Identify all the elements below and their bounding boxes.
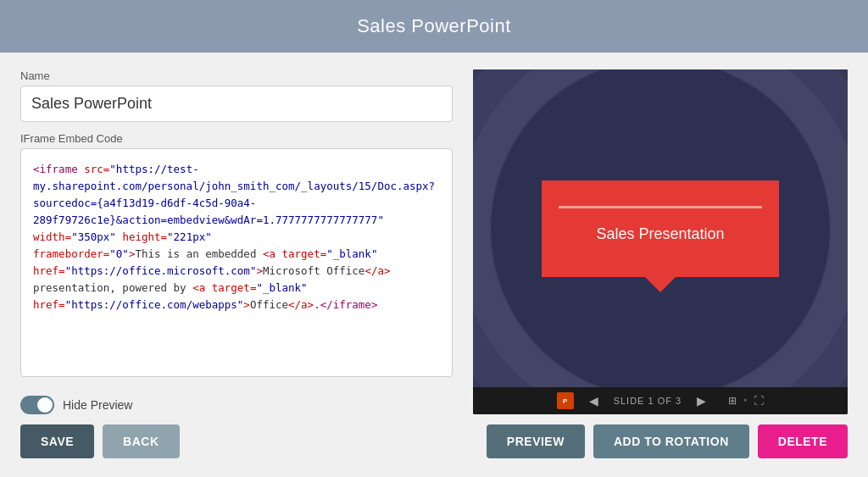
preview-box: Sales Presentation P ◀ SLIDE 1 OF 3 ▶ ⊞ …: [473, 69, 848, 414]
dot-separator: •: [743, 395, 747, 407]
hide-preview-row: Hide Preview: [20, 396, 453, 414]
preview-button[interactable]: PREVIEW: [487, 424, 585, 458]
delete-button[interactable]: DELETE: [758, 424, 848, 458]
ppt-icon: P: [557, 392, 574, 409]
add-to-rotation-button[interactable]: ADD TO ROTATION: [593, 424, 749, 458]
back-button[interactable]: BACK: [103, 424, 179, 458]
name-label: Name: [20, 69, 453, 82]
slide-card-title: Sales Presentation: [596, 225, 724, 243]
name-input[interactable]: [20, 86, 453, 122]
slide-indicator: SLIDE 1 OF 3: [614, 396, 682, 406]
hide-preview-toggle[interactable]: [20, 396, 54, 414]
footer-bar: SAVE BACK PREVIEW ADD TO ROTATION DELETE: [0, 414, 868, 469]
page-title: Sales PowerPoint: [357, 15, 511, 36]
save-button[interactable]: SAVE: [20, 424, 94, 458]
slide-card: Sales Presentation: [542, 180, 779, 277]
next-slide-button[interactable]: ▶: [692, 392, 711, 409]
main-content: Name IFrame Embed Code <iframe src="http…: [0, 53, 868, 414]
slide-controls: P ◀ SLIDE 1 OF 3 ▶ ⊞ • ⛶: [473, 387, 848, 414]
right-panel: Sales Presentation P ◀ SLIDE 1 OF 3 ▶ ⊞ …: [473, 69, 848, 414]
slide-content: Sales Presentation: [473, 69, 848, 387]
grid-view-button[interactable]: ⊞: [728, 395, 737, 407]
name-field-group: Name: [20, 69, 453, 122]
iframe-code-box[interactable]: <iframe src="https://test-my.sharepoint.…: [20, 148, 453, 377]
left-panel: Name IFrame Embed Code <iframe src="http…: [20, 69, 453, 414]
header: Sales PowerPoint: [0, 0, 868, 53]
expand-button[interactable]: ⛶: [754, 395, 764, 407]
iframe-section: IFrame Embed Code <iframe src="https://t…: [20, 132, 453, 377]
slide-control-icons: ⊞ • ⛶: [728, 395, 764, 407]
iframe-label: IFrame Embed Code: [20, 132, 453, 145]
footer-left: SAVE BACK: [20, 424, 180, 458]
prev-slide-button[interactable]: ◀: [584, 392, 604, 409]
footer-right: PREVIEW ADD TO ROTATION DELETE: [487, 424, 848, 458]
hide-preview-label: Hide Preview: [63, 398, 132, 412]
